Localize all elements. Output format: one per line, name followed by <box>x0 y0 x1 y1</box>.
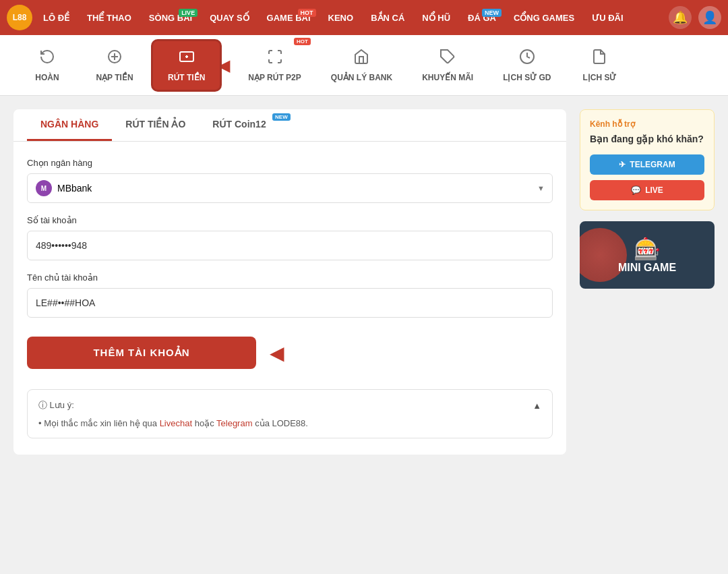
secondnav-promo-label: KHUYẾN MÃI <box>422 73 473 82</box>
form-area: Chọn ngân hàng M MBbank Vietcombank BIDV… <box>13 142 566 455</box>
account-label: Số tài khoản <box>27 215 553 225</box>
nav-song-bai[interactable]: SÒNG BÀI LIVE <box>142 9 199 27</box>
secondnav-nap-rut-p2p[interactable]: HOT NẠP RÚT P2P <box>233 35 315 95</box>
secondnav-lich-su-label: LỊCH SỬ <box>582 73 616 82</box>
nav-game-bai[interactable]: GAME BÀI HOT <box>260 9 317 27</box>
support-channel-label: Kênh hỗ trợ <box>590 119 704 129</box>
bank-label: Chọn ngân hàng <box>27 158 553 168</box>
nav-the-thao[interactable]: THỂ THAO <box>80 9 138 27</box>
p2p-icon <box>267 49 283 69</box>
top-navigation: L88 LÔ ĐỀ THỂ THAO SÒNG BÀI LIVE QUAY SỐ… <box>0 0 728 35</box>
bank-select-group: Chọn ngân hàng M MBbank Vietcombank BIDV… <box>27 158 553 203</box>
left-panel: NGÂN HÀNG RÚT TIỀN ẢO RÚT Coin12 NEW Chọ… <box>13 109 566 455</box>
live-icon: 💬 <box>631 185 641 195</box>
nav-da-ga[interactable]: ĐÁ GÀ NEW <box>461 9 503 27</box>
owner-label: Tên chủ tài khoản <box>27 272 553 283</box>
subtab-rut-coin[interactable]: RÚT Coin12 NEW <box>199 109 293 141</box>
secondnav-hoan-label: HOÀN <box>35 73 59 82</box>
secondnav-lich-su-gd[interactable]: LỊCH SỬ GD <box>488 35 566 95</box>
mbbank-icon: M <box>36 180 52 196</box>
secondnav-hoan[interactable]: HOÀN <box>13 35 81 95</box>
second-navigation: HOÀN NẠP TIỀN RÚT TIỀN ◀ HOT NẠP RÚT P2P… <box>0 35 728 96</box>
history-icon <box>591 49 607 69</box>
submit-row: THÊM TÀI KHOẢN ◀ <box>27 330 553 376</box>
secondnav-p2p-label: NẠP RÚT P2P <box>248 73 301 82</box>
nav-keno[interactable]: KENO <box>322 9 361 27</box>
nav-right-actions: 🔔 👤 <box>669 6 721 29</box>
secondnav-quan-ly-bank[interactable]: QUẢN LÝ BANK <box>316 35 407 95</box>
livechat-link[interactable]: Livechat <box>160 418 192 428</box>
secondnav-rut-tien-label: RÚT TIỀN <box>168 73 205 82</box>
bank-icon <box>353 49 369 69</box>
game-bai-badge: HOT <box>298 9 316 17</box>
nav-cong-games[interactable]: CỔNG GAMES <box>507 9 581 27</box>
owner-input[interactable] <box>27 288 553 318</box>
telegram-button[interactable]: ✈ TELEGRAM <box>590 154 704 175</box>
secondnav-nap-tien[interactable]: NẠP TIỀN <box>81 35 148 95</box>
notes-collapse-icon[interactable]: ▲ <box>533 401 541 411</box>
secondnav-bank-label: QUẢN LÝ BANK <box>331 73 392 82</box>
minigame-label: MINI GAME <box>618 262 676 274</box>
notes-content: • Mọi thắc mắc xin liên hệ qua Livechat … <box>38 418 541 428</box>
owner-group: Tên chủ tài khoản <box>27 272 553 318</box>
secondnav-khuyen-mai[interactable]: KHUYẾN MÃI <box>407 35 488 95</box>
hoan-icon <box>39 49 55 69</box>
nav-quay-so[interactable]: QUAY SỐ <box>203 9 255 27</box>
notes-box: ⓘ Lưu ý: ▲ • Mọi thắc mắc xin liên hệ qu… <box>27 389 553 438</box>
bank-select-wrapper[interactable]: M MBbank Vietcombank BIDV Techcombank <box>27 173 553 203</box>
nav-no-hu[interactable]: NỔ HŨ <box>415 9 457 27</box>
telegram-icon: ✈ <box>619 160 626 169</box>
nav-uu-dai[interactable]: ƯU ĐÃI <box>585 9 630 27</box>
account-input[interactable] <box>27 231 553 260</box>
history-gd-icon <box>519 49 535 69</box>
song-bai-badge: LIVE <box>179 9 198 17</box>
nap-tien-icon <box>107 49 123 69</box>
add-account-button[interactable]: THÊM TÀI KHOẢN <box>27 337 256 369</box>
notes-header[interactable]: ⓘ Lưu ý: ▲ <box>38 399 541 411</box>
rut-tien-icon <box>179 49 195 69</box>
subtab-rut-tien-ao[interactable]: RÚT TIỀN ẢO <box>112 109 199 141</box>
secondnav-lich-su-gd-label: LỊCH SỬ GD <box>503 73 551 82</box>
telegram-link[interactable]: Telegram <box>216 418 252 428</box>
p2p-badge: HOT <box>294 38 311 45</box>
da-ga-badge: NEW <box>482 9 502 17</box>
coin-new-badge: NEW <box>272 113 291 121</box>
submit-arrow: ◀ <box>270 342 284 364</box>
notes-title: ⓘ Lưu ý: <box>38 399 74 411</box>
right-panel: Kênh hỗ trợ Bạn đang gặp khó khăn? ✈ TEL… <box>580 109 715 455</box>
sub-tabs: NGÂN HÀNG RÚT TIỀN ẢO RÚT Coin12 NEW <box>13 109 566 142</box>
minigame-banner[interactable]: 🎰 MINI GAME <box>580 221 715 289</box>
secondnav-nap-tien-label: NẠP TIỀN <box>96 73 133 82</box>
user-avatar[interactable]: 👤 <box>698 6 721 29</box>
subtab-ngan-hang[interactable]: NGÂN HÀNG <box>27 109 112 141</box>
promo-icon <box>439 49 456 69</box>
notes-text: Mọi thắc mắc xin liên hệ qua <box>44 418 157 428</box>
notification-bell[interactable]: 🔔 <box>669 6 692 29</box>
account-number-group: Số tài khoản <box>27 215 553 260</box>
site-logo[interactable]: L88 <box>7 5 32 30</box>
secondnav-rut-tien[interactable]: RÚT TIỀN <box>151 39 222 92</box>
support-box: Kênh hỗ trợ Bạn đang gặp khó khăn? ✈ TEL… <box>580 109 715 210</box>
main-content: NGÂN HÀNG RÚT TIỀN ẢO RÚT Coin12 NEW Chọ… <box>0 96 728 468</box>
support-title: Bạn đang gặp khó khăn? <box>590 133 704 146</box>
bank-dropdown[interactable]: MBbank Vietcombank BIDV Techcombank <box>57 183 544 194</box>
nav-lo-de[interactable]: LÔ ĐỀ <box>36 9 76 27</box>
live-button[interactable]: 💬 LIVE <box>590 180 704 200</box>
secondnav-lich-su[interactable]: LỊCH SỬ <box>566 35 633 95</box>
nav-ban-ca[interactable]: BẮN CÁ <box>364 9 411 27</box>
